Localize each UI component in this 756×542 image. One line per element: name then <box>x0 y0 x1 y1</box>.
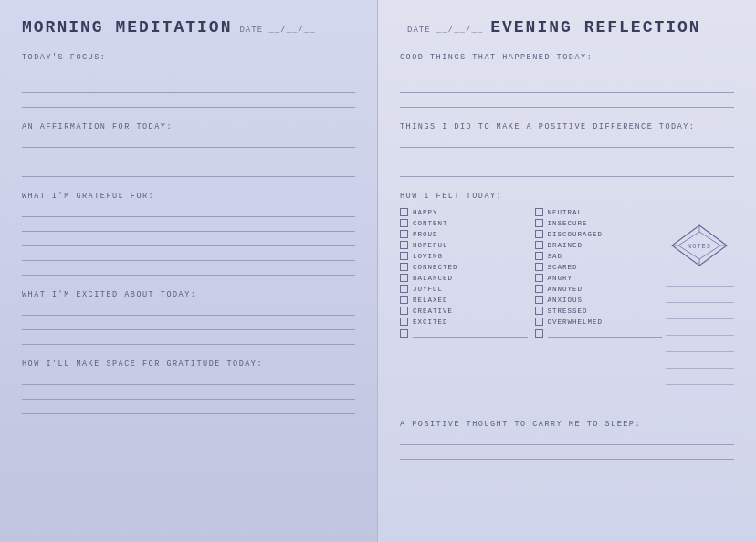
feeling-relaxed: RELAXED <box>400 296 528 304</box>
checkbox-relaxed[interactable] <box>400 296 408 304</box>
notes-line-2[interactable] <box>666 291 734 303</box>
grateful-line-1[interactable] <box>22 204 355 217</box>
pos-diff-line-2[interactable] <box>400 150 734 162</box>
feeling-overwhelmed: OVERWHELMED <box>535 318 663 326</box>
feelings-right-col: NEUTRAL INSECURE DISCOURAGED DRAINE <box>535 208 663 338</box>
checkbox-happy[interactable] <box>400 208 408 216</box>
notes-line-4[interactable] <box>666 324 734 336</box>
focus-label: TODAY'S FOCUS: <box>22 53 355 62</box>
focus-line-3[interactable] <box>22 95 355 108</box>
affirmation-label: AN AFFIRMATION FOR TODAY: <box>22 122 355 131</box>
notes-line-3[interactable] <box>666 307 734 319</box>
checkbox-blank-left[interactable] <box>400 329 408 338</box>
checkbox-drained[interactable] <box>535 241 543 249</box>
checkbox-discouraged[interactable] <box>535 230 543 238</box>
space-gratitude-label: HOW I'LL MAKE SPACE FOR GRATITUDE TODAY: <box>22 360 355 369</box>
affirmation-line-1[interactable] <box>22 135 355 148</box>
feeling-blank-right <box>535 328 663 338</box>
checkbox-stressed[interactable] <box>535 307 543 315</box>
right-title: EVENING REFLECTION <box>490 18 700 36</box>
feeling-hopeful: HOPEFUL <box>400 241 528 249</box>
notes-line-1[interactable] <box>666 275 734 287</box>
checkbox-loving[interactable] <box>400 252 408 260</box>
notes-line-6[interactable] <box>666 357 734 369</box>
feeling-drained: DRAINED <box>535 241 663 249</box>
checkbox-joyful[interactable] <box>400 285 408 293</box>
checkbox-overwhelmed[interactable] <box>535 318 543 326</box>
positive-diff-label: THINGS I DID TO MAKE A POSITIVE DIFFEREN… <box>400 122 734 131</box>
feeling-scared: SCARED <box>535 263 663 271</box>
good-things-line-3[interactable] <box>400 95 734 108</box>
feeling-anxious: ANXIOUS <box>535 296 663 304</box>
checkbox-insecure[interactable] <box>535 219 543 227</box>
feelings-section: HOW I FELT TODAY: HAPPY CONTENT <box>400 184 734 403</box>
grateful-line-2[interactable] <box>22 219 355 232</box>
positive-thought-label: A POSITIVE THOUGHT TO CARRY ME TO SLEEP: <box>400 420 734 429</box>
svg-text:NOTES: NOTES <box>688 243 711 250</box>
positive-thought-line-1[interactable] <box>400 433 734 445</box>
feeling-joyful: JOYFUL <box>400 285 528 293</box>
checkbox-balanced[interactable] <box>400 274 408 282</box>
checkbox-neutral[interactable] <box>535 208 543 216</box>
feelings-label: HOW I FELT TODAY: <box>400 192 734 201</box>
affirmation-line-3[interactable] <box>22 164 355 177</box>
feeling-creative: CREATIVE <box>400 307 528 315</box>
grateful-label: WHAT I'M GRATEFUL FOR: <box>22 192 355 201</box>
grateful-section: WHAT I'M GRATEFUL FOR: <box>22 184 355 277</box>
right-panel: DATE __/__/__ EVENING REFLECTION GOOD TH… <box>378 0 756 542</box>
notes-line-5[interactable] <box>666 340 734 352</box>
feeling-loving: LOVING <box>400 252 528 260</box>
feeling-sad: SAD <box>535 252 663 260</box>
left-panel: MORNING MEDITATION DATE __/__/__ TODAY'S… <box>0 0 378 542</box>
checkbox-blank-right[interactable] <box>535 329 543 338</box>
checkbox-proud[interactable] <box>400 230 408 238</box>
positive-thought-line-3[interactable] <box>400 462 734 474</box>
feeling-angry: ANGRY <box>535 274 663 282</box>
feeling-stressed: STRESSED <box>535 307 663 315</box>
feeling-excited: EXCITED <box>400 318 528 326</box>
checkbox-creative[interactable] <box>400 307 408 315</box>
space-gratitude-section: HOW I'LL MAKE SPACE FOR GRATITUDE TODAY: <box>22 352 355 416</box>
feeling-proud: PROUD <box>400 230 528 238</box>
focus-line-1[interactable] <box>22 66 355 78</box>
feeling-happy: HAPPY <box>400 208 528 216</box>
affirmation-line-2[interactable] <box>22 150 355 162</box>
grateful-line-5[interactable] <box>22 263 355 276</box>
pos-diff-line-1[interactable] <box>400 135 734 148</box>
notes-wrapper: NOTES <box>666 223 734 403</box>
focus-line-2[interactable] <box>22 80 355 93</box>
grateful-line-3[interactable] <box>22 234 355 246</box>
grateful-line-4[interactable] <box>22 248 355 261</box>
space-line-2[interactable] <box>22 387 355 400</box>
feeling-blank-left <box>400 328 528 338</box>
space-line-3[interactable] <box>22 401 355 414</box>
feeling-neutral: NEUTRAL <box>535 208 663 216</box>
checkbox-content[interactable] <box>400 219 408 227</box>
checkbox-scared[interactable] <box>535 263 543 271</box>
left-date: DATE __/__/__ <box>239 26 315 35</box>
notes-line-8[interactable] <box>666 390 734 401</box>
checkbox-excited[interactable] <box>400 318 408 326</box>
excited-section: WHAT I'M EXCITED ABOUT TODAY: <box>22 283 355 347</box>
checkbox-sad[interactable] <box>535 252 543 260</box>
notes-line-7[interactable] <box>666 373 734 385</box>
feelings-wrapper: HAPPY CONTENT PROUD HOPEFUL <box>400 204 662 338</box>
checkbox-connected[interactable] <box>400 263 408 271</box>
feeling-discouraged: DISCOURAGED <box>535 230 663 238</box>
checkbox-annoyed[interactable] <box>535 285 543 293</box>
positive-thought-line-2[interactable] <box>400 447 734 460</box>
pos-diff-line-3[interactable] <box>400 164 734 177</box>
checkbox-anxious[interactable] <box>535 296 543 304</box>
excited-line-3[interactable] <box>22 332 355 345</box>
feelings-left-col: HAPPY CONTENT PROUD HOPEFUL <box>400 208 528 338</box>
checkbox-hopeful[interactable] <box>400 241 408 249</box>
excited-line-2[interactable] <box>22 318 355 330</box>
good-things-line-2[interactable] <box>400 80 734 93</box>
space-line-1[interactable] <box>22 372 355 385</box>
positive-diff-section: THINGS I DID TO MAKE A POSITIVE DIFFEREN… <box>400 115 734 179</box>
excited-line-1[interactable] <box>22 303 355 316</box>
focus-section: TODAY'S FOCUS: <box>22 46 355 109</box>
good-things-line-1[interactable] <box>400 66 734 78</box>
checkbox-angry[interactable] <box>535 274 543 282</box>
notes-diamond-svg: NOTES <box>670 223 730 268</box>
